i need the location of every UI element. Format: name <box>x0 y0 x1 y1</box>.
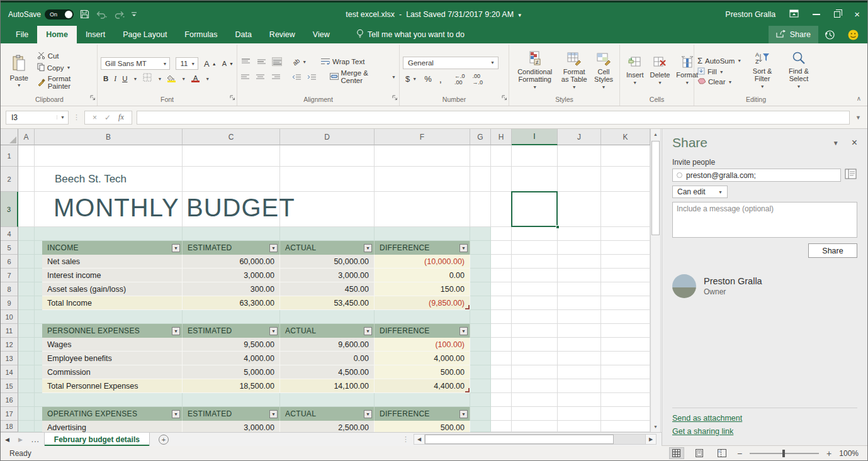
table-cell[interactable]: 500.00 <box>375 365 470 379</box>
cell-J15[interactable] <box>558 379 601 393</box>
cell-G17[interactable] <box>470 407 491 421</box>
table-cell[interactable]: 2,500.00 <box>280 421 375 432</box>
cell-H16[interactable] <box>491 393 512 407</box>
tab-insert[interactable]: Insert <box>77 26 114 43</box>
cell-B16[interactable] <box>35 393 183 407</box>
row-header-16[interactable]: 16 <box>1 393 18 407</box>
tab-home[interactable]: Home <box>37 26 77 43</box>
cell-G2[interactable] <box>470 167 491 192</box>
align-top-icon[interactable] <box>240 57 251 66</box>
cell-B10[interactable] <box>35 310 183 324</box>
cell-J6[interactable] <box>558 255 601 269</box>
feedback-smiley-icon[interactable] <box>842 26 867 43</box>
merge-center-button[interactable]: Merge & Center ▼ <box>330 69 396 84</box>
customize-qat-icon[interactable] <box>131 11 137 18</box>
sheet-nav-next-icon[interactable]: ▶ <box>14 433 27 446</box>
cell-I17[interactable] <box>512 407 558 421</box>
restore-button[interactable] <box>834 11 840 18</box>
table-cell[interactable]: 9,600.00 <box>280 338 375 352</box>
filter-dropdown-icon[interactable]: ▼ <box>269 327 278 335</box>
cell-K8[interactable] <box>601 282 650 296</box>
font-dialog-launcher-icon[interactable] <box>230 92 235 103</box>
cell-A16[interactable] <box>18 393 35 407</box>
cell-J13[interactable] <box>558 352 601 365</box>
cell-I11[interactable] <box>512 324 558 338</box>
insert-cells-button[interactable]: Insert ▼ <box>623 55 647 87</box>
align-left-icon[interactable] <box>240 72 250 81</box>
column-header-A[interactable]: A <box>18 129 35 145</box>
cell-K17[interactable] <box>601 407 650 421</box>
row-header-13[interactable]: 13 <box>1 352 18 365</box>
invite-email-input[interactable]: preston@gralla.com; <box>672 169 841 182</box>
font-size-dropdown[interactable]: 11▼ <box>176 57 198 70</box>
filter-dropdown-icon[interactable]: ▼ <box>459 244 468 252</box>
close-button[interactable]: × <box>854 9 860 19</box>
cell-K14[interactable] <box>601 365 650 379</box>
row-header-8[interactable]: 8 <box>1 282 18 296</box>
scroll-left-icon[interactable]: ◀ <box>414 434 425 445</box>
cell-K16[interactable] <box>601 393 650 407</box>
font-color-icon[interactable]: A <box>191 75 200 82</box>
insert-function-icon[interactable]: fx <box>118 113 124 122</box>
cell-F10[interactable] <box>375 310 470 324</box>
cell-A11[interactable] <box>18 324 35 338</box>
cell-H18[interactable] <box>491 421 512 432</box>
cell-F3[interactable] <box>375 192 470 227</box>
table-cell[interactable]: 50,000.00 <box>280 255 375 269</box>
scroll-down-icon[interactable]: ▼ <box>651 421 660 432</box>
table-cell[interactable]: Total Income <box>42 296 183 310</box>
table-cell[interactable]: 60,000.00 <box>183 255 280 269</box>
filter-dropdown-icon[interactable]: ▼ <box>172 244 180 252</box>
copy-button[interactable]: Copy ▼ <box>37 63 94 72</box>
column-header-J[interactable]: J <box>558 129 601 145</box>
cell-F4[interactable] <box>375 227 470 241</box>
zoom-out-icon[interactable]: − <box>737 448 742 458</box>
number-dialog-launcher-icon[interactable] <box>502 92 507 103</box>
cell-A5[interactable] <box>18 241 35 255</box>
row-header-18[interactable]: 18 <box>1 421 18 432</box>
tell-me-box[interactable]: Tell me what you want to do <box>356 26 465 43</box>
cell-A3[interactable] <box>18 192 35 227</box>
cell-A14[interactable] <box>18 365 35 379</box>
cell-K2[interactable] <box>601 167 650 192</box>
table-cell[interactable]: 4,000.00 <box>375 352 470 365</box>
cell-G13[interactable] <box>470 352 491 365</box>
cell-I5[interactable] <box>512 241 558 255</box>
cell-K18[interactable] <box>601 421 650 432</box>
find-select-button[interactable]: Find & Select ▼ <box>783 51 814 91</box>
normal-view-icon[interactable] <box>669 447 684 459</box>
cell-G10[interactable] <box>470 310 491 324</box>
column-header-F[interactable]: F <box>375 129 470 145</box>
history-icon[interactable] <box>818 26 842 43</box>
increase-font-icon[interactable]: A▲ <box>204 59 217 69</box>
align-right-icon[interactable] <box>271 72 281 81</box>
cell-J4[interactable] <box>558 227 601 241</box>
filter-dropdown-icon[interactable]: ▼ <box>459 327 468 335</box>
row-header-11[interactable]: 11 <box>1 324 18 338</box>
page-break-preview-icon[interactable] <box>714 447 730 459</box>
table-cell[interactable]: 300.00 <box>183 282 280 296</box>
clipboard-dialog-launcher-icon[interactable] <box>90 92 96 103</box>
tab-view[interactable]: View <box>304 26 339 43</box>
name-box[interactable]: I3 ▼ <box>6 111 69 125</box>
share-panel-menu-icon[interactable]: ▼ <box>833 140 839 147</box>
cell-G18[interactable] <box>470 421 491 432</box>
delete-cells-button[interactable]: Delete ▼ <box>647 55 674 87</box>
increase-decimal-icon[interactable]: ←.0.00 <box>454 73 465 86</box>
cancel-entry-icon[interactable]: × <box>93 113 97 122</box>
autosum-button[interactable]: Σ AutoSum▼ <box>697 56 741 65</box>
tab-data[interactable]: Data <box>226 26 260 43</box>
wrap-text-button[interactable]: Wrap Text <box>321 58 364 66</box>
comma-style-button[interactable]: , <box>439 74 442 84</box>
cell-I12[interactable] <box>512 338 558 352</box>
cell-K12[interactable] <box>601 338 650 352</box>
cell-H17[interactable] <box>491 407 512 421</box>
cell-H4[interactable] <box>491 227 512 241</box>
increase-indent-icon[interactable] <box>307 72 316 81</box>
cell-I16[interactable] <box>512 393 558 407</box>
message-input[interactable]: Include a message (optional) <box>672 202 857 238</box>
cell-G4[interactable] <box>470 227 491 241</box>
clear-button[interactable]: Clear▼ <box>697 78 741 86</box>
cell-I4[interactable] <box>512 227 558 241</box>
vertical-scroll-thumb[interactable] <box>651 141 660 235</box>
